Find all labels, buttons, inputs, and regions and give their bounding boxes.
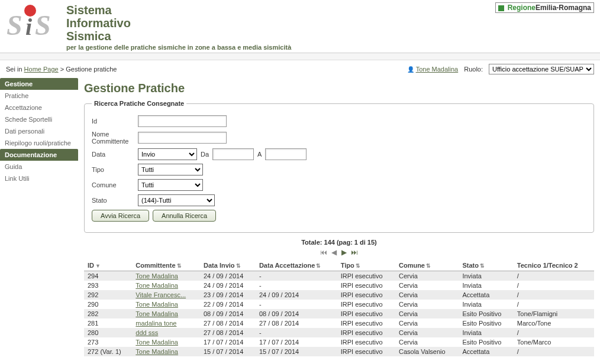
sidebar-item-accettazione[interactable]: Accettazione <box>0 102 78 113</box>
pager-next-icon[interactable]: ▶ <box>341 248 347 256</box>
cell-tipo: IRPI esecutivo <box>337 347 395 356</box>
committente-link[interactable]: Vitale Francesc... <box>136 291 186 298</box>
pager-prev-icon[interactable]: ◀ <box>331 248 337 256</box>
table-row: 272 (Var. 1)Tone Madalina15 / 07 / 20141… <box>84 347 594 356</box>
cell-committente: madalina tone <box>132 318 200 328</box>
cell-committente: Vitale Francesc... <box>132 290 200 300</box>
role-label: Ruolo: <box>464 66 483 73</box>
header-gap <box>0 53 600 60</box>
cell-accett: - <box>256 328 337 337</box>
cell-tipo: IRPI esecutivo <box>337 309 395 318</box>
cell-accett: 15 / 07 / 2014 <box>256 347 337 356</box>
table-row: 293Tone Madalina24 / 09 / 2014-IRPI esec… <box>84 281 594 290</box>
cell-committente: ddd sss <box>132 328 200 337</box>
cell-stato: Esito Positivo <box>459 318 513 328</box>
cell-tipo: IRPI esecutivo <box>337 300 395 309</box>
table-header-row: ID▼ Committente⇅ Data Invio⇅ Data Accett… <box>84 260 594 271</box>
nome-input[interactable] <box>138 132 227 144</box>
committente-link[interactable]: madalina tone <box>136 320 176 327</box>
svg-text:S: S <box>7 9 22 41</box>
sidebar-head-gestione: Gestione <box>0 78 78 90</box>
cell-stato: Inviata <box>459 271 513 281</box>
cell-stato: Accettata <box>459 347 513 356</box>
cell-comune: Cervia <box>395 300 459 309</box>
page-title: Gestione Pratiche <box>84 82 594 95</box>
th-committente[interactable]: Committente⇅ <box>132 260 200 271</box>
pager-first-icon[interactable]: ⏮ <box>320 248 327 256</box>
cell-comune: Cervia <box>395 290 459 300</box>
cell-stato: Inviata <box>459 328 513 337</box>
th-tipo[interactable]: Tipo⇅ <box>337 260 395 271</box>
sidebar-item-schede[interactable]: Schede Sportelli <box>0 113 78 125</box>
cell-id: 282 <box>84 309 132 318</box>
cell-comune: Cervia <box>395 271 459 281</box>
committente-link[interactable]: ddd sss <box>136 329 158 336</box>
stato-label: Stato <box>92 197 138 204</box>
cell-accett: 17 / 07 / 2014 <box>256 337 337 347</box>
table-row: 292Vitale Francesc...23 / 09 / 201424 / … <box>84 290 594 300</box>
search-button[interactable]: Avvia Ricerca <box>92 210 149 222</box>
th-accett[interactable]: Data Accettazione⇅ <box>256 260 337 271</box>
app-title-2: Informativo <box>66 17 291 30</box>
sidebar-head-doc: Documentazione <box>0 149 78 161</box>
user-link[interactable]: Tone Madalina <box>416 66 459 73</box>
cell-tipo: IRPI esecutivo <box>337 271 395 281</box>
reset-button[interactable]: Annulla Ricerca <box>153 210 216 222</box>
app-logo: S i S <box>6 2 60 44</box>
stato-select[interactable]: (144)-Tutti <box>138 194 215 206</box>
cell-accett: - <box>256 281 337 290</box>
cell-invio: 15 / 07 / 2014 <box>200 347 256 356</box>
data-type-select[interactable]: Invio <box>138 148 197 160</box>
da-input[interactable] <box>212 148 254 160</box>
committente-link[interactable]: Tone Madalina <box>136 301 178 308</box>
sort-icon: ⇅ <box>356 263 360 269</box>
sidebar-item-guida[interactable]: Guida <box>0 161 78 173</box>
header: S i S Sistema Informativo Sismica per la… <box>0 0 600 53</box>
sort-icon: ⇅ <box>426 263 431 269</box>
search-fieldset: Ricerca Pratiche Consegnate Id Nome Comm… <box>84 100 594 233</box>
pager-summary: Totale: 144 (pag: 1 di 15) <box>84 239 594 246</box>
th-id[interactable]: ID▼ <box>84 260 132 271</box>
sidebar-item-dati[interactable]: Dati personali <box>0 125 78 137</box>
committente-link[interactable]: Tone Madalina <box>136 339 178 346</box>
th-tecnico: Tecnico 1/Tecnico 2 <box>514 260 594 271</box>
committente-link[interactable]: Tone Madalina <box>136 282 178 289</box>
sidebar-item-link[interactable]: Link Utili <box>0 173 78 184</box>
pager-last-icon[interactable]: ⏭ <box>351 248 358 256</box>
cell-id: 293 <box>84 281 132 290</box>
cell-tecnico: Marco/Tone <box>514 318 594 328</box>
region-name: Emilia-Romagna <box>536 4 591 12</box>
comune-select[interactable]: Tutti <box>138 179 203 191</box>
role-select[interactable]: Ufficio accettazione SUE/SUAP <box>489 64 594 74</box>
th-comune[interactable]: Comune⇅ <box>395 260 459 271</box>
committente-link[interactable]: Tone Madalina <box>136 310 178 317</box>
committente-link[interactable]: Tone Madalina <box>136 272 178 280</box>
cell-id: 292 <box>84 290 132 300</box>
tipo-select[interactable]: Tutti <box>138 164 203 176</box>
sidebar-item-riepilogo[interactable]: Riepilogo ruoli/pratiche <box>0 137 78 149</box>
id-input[interactable] <box>138 115 227 127</box>
cell-tipo: IRPI esecutivo <box>337 281 395 290</box>
cell-tecnico: / <box>514 271 594 281</box>
pager-controls: ⏮ ◀ ▶ ⏭ <box>84 248 594 256</box>
cell-tecnico: / <box>514 347 594 356</box>
cell-stato: Accettata <box>459 290 513 300</box>
cell-invio: 27 / 08 / 2014 <box>200 328 256 337</box>
cell-committente: Tone Madalina <box>132 309 200 318</box>
a-input[interactable] <box>265 148 307 160</box>
sidebar-item-pratiche[interactable]: Pratiche <box>0 90 78 102</box>
cell-tipo: IRPI esecutivo <box>337 337 395 347</box>
cell-stato: Esito Positivo <box>459 337 513 347</box>
cell-committente: Tone Madalina <box>132 337 200 347</box>
th-invio[interactable]: Data Invio⇅ <box>200 260 256 271</box>
cell-tecnico: / <box>514 300 594 309</box>
da-label: Da <box>201 151 209 158</box>
committente-link[interactable]: Tone Madalina <box>136 348 178 355</box>
cell-accett: 27 / 08 / 2014 <box>256 318 337 328</box>
cell-comune: Cervia <box>395 281 459 290</box>
breadcrumb-home-link[interactable]: Home Page <box>24 66 59 73</box>
table-row: 273Tone Madalina17 / 07 / 201417 / 07 / … <box>84 337 594 347</box>
cell-comune: Casola Valsenio <box>395 347 459 356</box>
cell-invio: 17 / 07 / 2014 <box>200 337 256 347</box>
th-stato[interactable]: Stato⇅ <box>459 260 513 271</box>
